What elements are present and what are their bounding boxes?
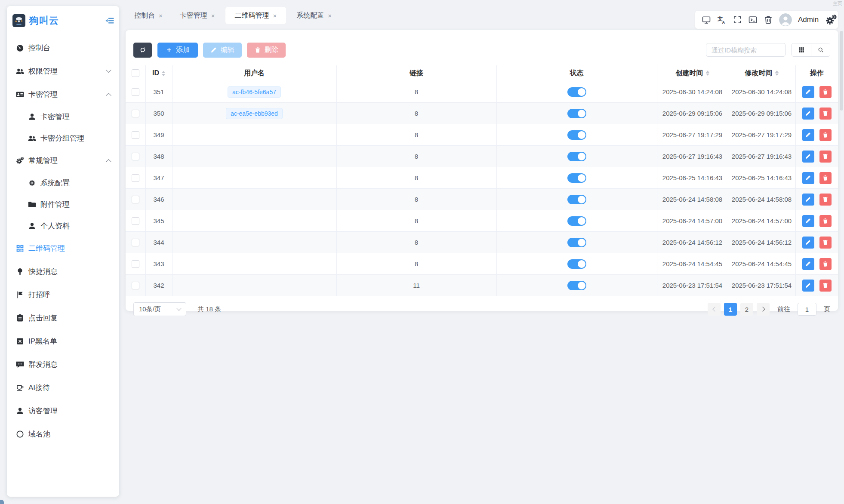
prev-page-button[interactable] <box>708 303 721 316</box>
tab-qrcode-management[interactable]: 二维码管理 × <box>225 7 286 24</box>
row-edit-button[interactable] <box>802 280 814 292</box>
row-delete-button[interactable] <box>819 237 832 249</box>
add-button[interactable]: 添加 <box>157 43 198 58</box>
status-toggle[interactable] <box>567 173 586 183</box>
grid-columns-icon[interactable] <box>792 43 811 56</box>
close-icon[interactable]: × <box>328 12 332 19</box>
sidebar-item-domain-pool[interactable]: 域名池 <box>7 422 119 446</box>
status-toggle[interactable] <box>567 281 586 290</box>
status-toggle[interactable] <box>567 195 586 204</box>
row-edit-button[interactable] <box>802 194 814 206</box>
sidebar-item-card-mgmt[interactable]: 卡密管理 <box>7 83 119 106</box>
sidebar-item-profile[interactable]: 个人资料 <box>7 215 119 237</box>
row-checkbox[interactable] <box>132 110 139 117</box>
status-toggle[interactable] <box>567 152 586 161</box>
status-toggle[interactable] <box>567 238 586 247</box>
monitor-icon[interactable] <box>702 15 711 25</box>
goto-page-input[interactable] <box>798 303 816 316</box>
row-links: 8 <box>336 167 496 189</box>
tab-console[interactable]: 控制台 × <box>127 7 169 24</box>
fullscreen-icon[interactable] <box>733 15 742 25</box>
header-modified[interactable]: 修改时间 <box>728 65 795 81</box>
page-button-1[interactable]: 1 <box>724 303 737 316</box>
sort-carets-icon[interactable] <box>162 71 165 76</box>
sidebar-item-permission-mgmt[interactable]: 权限管理 <box>7 59 119 83</box>
translate-icon[interactable]: 文A <box>717 15 727 25</box>
status-toggle[interactable] <box>567 259 586 269</box>
sidebar-item-general-mgmt[interactable]: 常规管理 <box>7 149 119 172</box>
status-toggle[interactable] <box>567 130 586 140</box>
row-checkbox[interactable] <box>132 239 139 246</box>
row-edit-button[interactable] <box>802 151 814 163</box>
next-page-button[interactable] <box>757 303 770 316</box>
close-icon[interactable]: × <box>211 12 215 19</box>
header-created[interactable]: 创建时间 <box>657 65 728 81</box>
tab-card-management[interactable]: 卡密管理 × <box>173 7 222 24</box>
row-delete-button[interactable] <box>819 280 832 292</box>
trash-icon[interactable] <box>764 15 773 25</box>
page-button-2[interactable]: 2 <box>740 303 753 316</box>
sidebar-item-mass-message[interactable]: 群发消息 <box>7 353 119 376</box>
refresh-button[interactable] <box>133 43 152 58</box>
row-delete-button[interactable] <box>819 108 832 120</box>
sidebar-item-ip-blacklist[interactable]: IP黑名单 <box>7 329 119 353</box>
row-checkbox[interactable] <box>132 131 139 139</box>
page-size-select[interactable]: 10条/页 <box>133 302 186 316</box>
row-edit-button[interactable] <box>802 215 814 227</box>
terminal-icon[interactable] <box>748 15 758 25</box>
sidebar-item-card-mgmt-sub[interactable]: 卡密管理 <box>7 106 119 127</box>
header-id[interactable]: ID <box>145 65 172 81</box>
status-toggle[interactable] <box>567 87 586 97</box>
row-edit-button[interactable] <box>802 172 814 184</box>
sidebar-item-qrcode-mgmt[interactable]: 二维码管理 <box>7 237 119 260</box>
row-edit-button[interactable] <box>802 86 814 98</box>
row-delete-button[interactable] <box>819 129 832 141</box>
row-checkbox[interactable] <box>132 282 139 289</box>
row-checkbox[interactable] <box>132 153 139 160</box>
close-icon[interactable]: × <box>273 12 277 19</box>
plus-icon <box>166 46 172 53</box>
row-delete-button[interactable] <box>819 215 832 227</box>
close-icon[interactable]: × <box>159 12 163 19</box>
sort-carets-icon[interactable] <box>706 71 709 76</box>
sidebar-item-attachment-mgmt[interactable]: 附件管理 <box>7 194 119 215</box>
row-checkbox[interactable] <box>132 174 139 182</box>
tab-system-config[interactable]: 系统配置 × <box>290 7 339 24</box>
scrollbar-thumb[interactable] <box>840 31 843 111</box>
sidebar-item-card-group-mgmt[interactable]: 卡密分组管理 <box>7 127 119 149</box>
status-toggle[interactable] <box>567 109 586 118</box>
edit-button[interactable]: 编辑 <box>203 43 242 58</box>
settings-gears-icon[interactable] <box>825 13 838 26</box>
sidebar-item-console[interactable]: 控制台 <box>7 36 119 59</box>
sidebar-item-greeting[interactable]: 打招呼 <box>7 283 119 306</box>
row-edit-button[interactable] <box>802 108 814 120</box>
row-edit-button[interactable] <box>802 237 814 249</box>
row-delete-button[interactable] <box>819 86 832 98</box>
select-all-checkbox[interactable] <box>132 69 139 77</box>
delete-button[interactable]: 删除 <box>247 43 286 58</box>
row-edit-button[interactable] <box>802 258 814 270</box>
sidebar-item-click-reply[interactable]: 点击回复 <box>7 306 119 329</box>
sort-carets-icon[interactable] <box>775 71 779 76</box>
status-toggle[interactable] <box>567 216 586 226</box>
search-icon[interactable] <box>811 43 830 56</box>
username-label[interactable]: Admin <box>798 15 819 24</box>
sidebar-item-visitor-mgmt[interactable]: 访客管理 <box>7 399 119 422</box>
row-checkbox[interactable] <box>132 260 139 268</box>
row-delete-button[interactable] <box>819 172 832 184</box>
search-input[interactable] <box>706 43 785 57</box>
avatar[interactable] <box>779 13 792 26</box>
row-checkbox[interactable] <box>132 217 139 225</box>
tab-label: 二维码管理 <box>235 11 269 20</box>
row-checkbox[interactable] <box>132 88 139 96</box>
sidebar-collapse-icon[interactable] <box>105 15 115 26</box>
corner-home-label: 主页 <box>833 0 842 7</box>
sidebar-item-system-config[interactable]: 系统配置 <box>7 172 119 194</box>
row-delete-button[interactable] <box>819 194 832 206</box>
sidebar-item-quick-message[interactable]: 快捷消息 <box>7 260 119 283</box>
sidebar-item-ai-reception[interactable]: AI接待 <box>7 376 119 399</box>
row-checkbox[interactable] <box>132 196 139 203</box>
row-edit-button[interactable] <box>802 129 814 141</box>
row-delete-button[interactable] <box>819 151 832 163</box>
row-delete-button[interactable] <box>819 258 832 270</box>
